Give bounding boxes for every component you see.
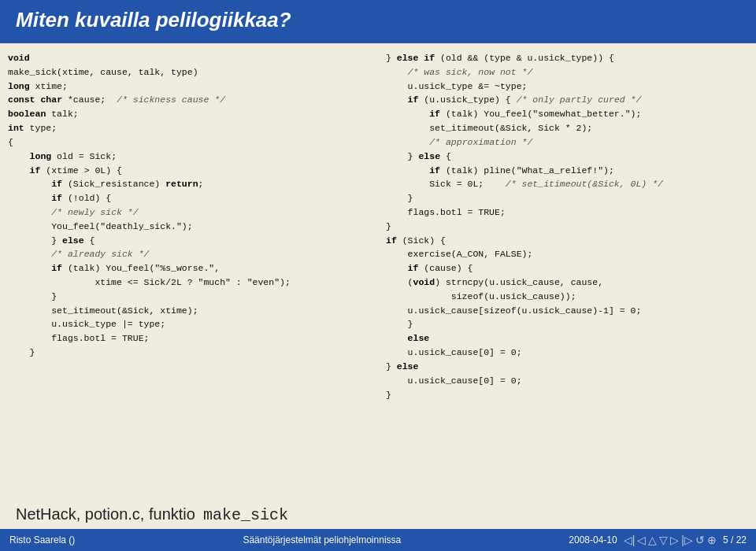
footer-date: 2008-04-10 <box>569 534 617 545</box>
footer-right: 2008-04-10 ◁| ◁ △ ▽ ▷ |▷ ↺ ⊕ 5 / 22 <box>569 534 747 546</box>
code-left: voidmake_sick(xtime, cause, talk, type)l… <box>8 51 370 499</box>
nav-refresh-icon[interactable]: ↺ <box>695 534 705 546</box>
main-content: voidmake_sick(xtime, cause, talk, type)l… <box>0 43 756 529</box>
nav-up-icon[interactable]: △ <box>648 534 657 546</box>
nav-last-icon[interactable]: |▷ <box>681 534 693 546</box>
footer-author: Risto Saarela () <box>9 534 75 545</box>
nav-prev-icon[interactable]: ◁ <box>637 534 646 546</box>
nav-down-icon[interactable]: ▽ <box>659 534 668 546</box>
footer: Risto Saarela () Sääntöjärjestelmät peli… <box>0 529 756 551</box>
footer-title: Sääntöjärjestelmät peliohjelmoinnissa <box>75 534 569 545</box>
bottom-text: NetHack, potion.c, funktio <box>16 505 195 523</box>
slide-header: Miten kuvailla pelilogiikkaa? <box>0 0 756 43</box>
code-right: } else if (old && (type & u.usick_type))… <box>386 51 748 499</box>
bottom-label: NetHack, potion.c, funktio make_sick <box>0 499 756 529</box>
nav-search-icon[interactable]: ⊕ <box>707 534 717 546</box>
bottom-code: make_sick <box>203 506 288 524</box>
nav-icons: ◁| ◁ △ ▽ ▷ |▷ ↺ ⊕ <box>624 534 717 546</box>
page-number: 5 / 22 <box>723 534 747 545</box>
nav-next-icon[interactable]: ▷ <box>670 534 679 546</box>
nav-first-icon[interactable]: ◁| <box>624 534 636 546</box>
header-title: Miten kuvailla pelilogiikkaa? <box>16 8 291 31</box>
code-area: voidmake_sick(xtime, cause, talk, type)l… <box>0 43 756 499</box>
